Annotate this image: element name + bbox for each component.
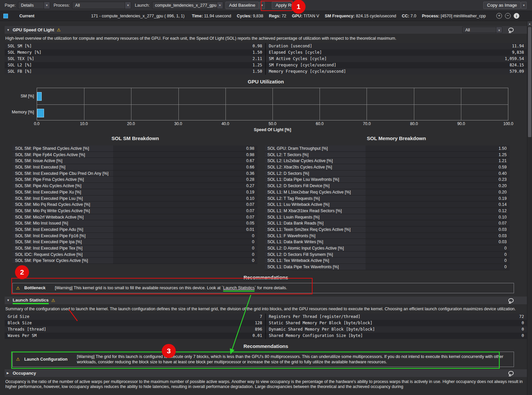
launch-dropdown[interactable]: compute_tendencies_x_277_gpu ▾ [152,2,223,9]
comment-bubble-icon[interactable] [508,28,514,32]
table-row: SOL L2: D Atomic Input Cycles Active [%]… [265,245,510,252]
table-row: SOL TEX [%]2.11 [5,56,265,62]
table-row: Static Shared Memory Per Block [byte/blo… [266,320,527,326]
table-row: SOL SM: Mio2rf Writeback Active [%]0.07 [12,214,257,221]
sm-breakdown-table: SOL SM: Pipe Shared Cycles Active [%]0.9… [12,145,257,264]
table-row: SOL L2: Lts2xbar Cycles Active [%]1.21 [265,158,510,164]
launch-label: Launch: [135,3,149,8]
utilization-bar [37,109,44,117]
table-row: SOL SM: Mio Pq Read Cycles Active [%]0.0… [12,202,257,208]
launch-stats-table: Grid Size7 Block Size128 Threads [thread… [5,314,527,339]
gridline [461,88,461,120]
table-row: SOL FB [%]1.50 [5,68,265,75]
info-icon[interactable]: i [514,13,519,19]
launch-stats-left: Grid Size7 Block Size128 Threads [thread… [5,314,266,339]
zoom-out-icon[interactable]: − [505,13,511,19]
section-title: Occupancy [13,371,36,376]
x-tick-label: 80.0 [410,121,418,126]
occupancy-description: Occupancy is the ratio of the number of … [5,379,526,389]
status-metric: CC: 7.0 [402,14,416,18]
table-row: SOL SM: Pipe Fma Cycles Active [%]0.28 [12,176,257,183]
sol-summary-table: SOL SM [%]0.98 SOL Memory [%]1.50 SOL TE… [5,43,527,75]
table-row: SOL L2: D Sectors Fill Device [%]0.20 [265,183,510,189]
table-row: SOL L2: D Sectors Fill Sysmem [%]0 [265,252,510,258]
warning-icon: ⚠ [16,286,20,290]
current-label: Current [19,14,34,18]
table-row: SOL SM: Issue Active [%]0.67 [12,158,257,164]
gridline [178,88,179,120]
table-row: SOL L1: M Xbar2l1tex Read Sectors [%]0.1… [265,208,510,214]
table-row: Duration [usecond]11.94 [266,43,527,49]
process-dropdown[interactable]: All ▾ [72,2,131,9]
chevron-down-icon: ▾ [44,2,50,9]
table-row: SOL L1: Data Bank Reads [%]0.07 [265,220,510,227]
launch-statistics-link[interactable]: Launch Statistics [223,286,255,291]
status-metric: Time: 11.94 usecond [192,14,231,18]
add-baseline-dropdown-arrow[interactable]: ▾ [259,2,265,9]
warning-icon: ⚠ [51,298,55,303]
section-header-launch-statistics[interactable]: ▼ Launch Statistics ⚠ [5,297,527,304]
gridline [225,88,226,120]
x-tick-label: 30.0 [174,121,182,126]
section-header-occupancy[interactable]: ▶ Occupancy [5,369,527,377]
page-dropdown[interactable]: Details ▾ [18,2,50,9]
collapse-triangle-icon: ▼ [7,299,10,302]
mem-breakdown-table: SOL GPU: Dram Throughput [%]1.50 SOL L2:… [265,145,510,270]
section-title: GPU Speed Of Light [13,27,54,32]
x-tick-label: 50.0 [269,121,276,126]
gridline [131,88,131,120]
table-row: SOL SM: Pipe Tensor Cycles Active [%]0 [12,258,257,264]
table-row: SOL L2: D Sectors [%]0.40 [265,170,510,177]
recommendations-title: Recommendations [5,343,527,349]
table-row: Registers Per Thread [register/thread]72 [266,314,527,320]
table-row: SOL L1: Tex Writeback Active [%]0 [265,258,510,264]
status-metric: Process: [4570] miniWeather_cpp [422,14,486,18]
status-metric: Cycles: 9,838 [237,14,263,18]
chevron-down-icon: ▾ [496,27,502,33]
table-row: SOL SM: Inst Executed Pipe Tex [%]0 [12,245,257,252]
table-row: Elapsed Cycles [cycle]9,838 [266,49,527,56]
x-tick-label: 0.0 [34,121,40,126]
comment-bubble-icon[interactable] [508,298,514,303]
y-axis-label-memory: Memory [%] [12,110,34,114]
table-row: SOL SM: Inst Executed Pipe Cbu Pred On A… [12,170,257,177]
table-row: SOL L2 [%]1.25 [5,62,265,68]
copy-as-image-button[interactable]: Copy as Image [483,2,521,9]
copy-as-image-dropdown-arrow[interactable]: ▾ [521,2,527,9]
zoom-in-icon[interactable]: + [496,13,502,19]
table-row: Block Size128 [5,320,265,326]
x-tick-label: 70.0 [363,121,371,126]
scroll-up-arrow-icon[interactable]: ▲ [527,21,532,26]
x-tick-label: 40.0 [221,121,229,126]
table-row: SM Active Cycles [cycle]1,059.54 [266,56,527,62]
gridline [320,88,320,120]
table-row: SOL SM: Inst Executed Pipe Lsu [%]0.10 [12,195,257,202]
vertical-scrollbar[interactable]: ▲ [527,21,532,395]
result-status-bar: Current 171 - compute_tendencies_x_277_g… [0,11,532,21]
scrollbar-thumb[interactable] [528,27,531,137]
collapse-triangle-icon: ▼ [7,28,10,32]
chart-title: GPU Utilization [5,79,527,84]
table-row: SOL SM: Inst Executed Pipe Adu [%]0.01 [12,227,257,233]
table-row: Memory Frequency [cycle/usecond]579.09 [266,68,527,75]
launch-configuration-recommendation: ⚠ Launch Configuration [Warning] The gri… [12,352,514,367]
table-row: SOL L2: Xbar2lts Cycles Active [%]0.59 [265,164,510,170]
recommendations-title: Recommendations [5,275,527,280]
sm-breakdown-title: SOL SM Breakdown [5,135,266,141]
x-tick-label: 90.0 [457,121,465,126]
sol-summary-right: Duration [usecond]11.94 Elapsed Cycles [… [266,43,527,75]
comment-bubble-icon[interactable] [508,371,514,375]
utilization-bar [37,92,42,101]
table-row: SOL SM: Pipe Shared Cycles Active [%]0.9… [12,145,257,152]
table-row: Threads [thread]896 [5,326,265,333]
kernel-launch-text: 171 - compute_tendencies_x_277_gpu ( 896… [91,14,184,18]
table-row: SOL SM: Inst Executed Pipe Ipa [%]0 [12,239,257,245]
toolbar: Page: Details ▾ Process: All ▾ Launch: c… [0,0,532,11]
section-header-gpu-speed-of-light[interactable]: ▼ GPU Speed Of Light ⚠ All ▾ [5,26,527,34]
table-row: SOL SM: Inst Executed Pipe Fp16 [%]0 [12,233,257,239]
add-baseline-button[interactable]: Add Baseline [225,2,259,9]
chart-plot: SM [%] Memory [%] [37,88,508,120]
table-row: SOL GPU: Dram Throughput [%]1.50 [265,145,510,152]
table-row: SOL SM: Pipe Alu Cycles Active [%]0.27 [12,183,257,189]
sol-filter-dropdown[interactable]: All ▾ [462,27,502,33]
